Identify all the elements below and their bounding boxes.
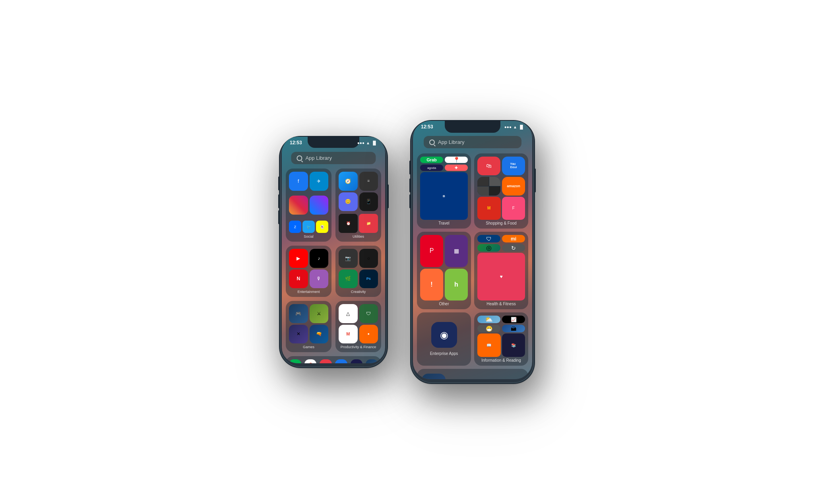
app-messenger[interactable] xyxy=(310,196,329,215)
label-info-right: Information & Reading xyxy=(477,358,525,362)
app-pubg[interactable]: 🎮 xyxy=(289,304,308,323)
app-houzz-r[interactable]: h xyxy=(445,269,468,301)
app-widgetkit-r[interactable]: ▦ xyxy=(445,235,468,267)
category-enterprise-right[interactable]: ◉ Enterprise Apps xyxy=(417,312,471,366)
app-stocks-r[interactable]: 📈 xyxy=(502,316,525,323)
search-bar-right[interactable]: App Library xyxy=(424,136,521,148)
app-read1-r[interactable]: 📖 xyxy=(477,333,501,357)
app-shopee-r[interactable]: 🛍 xyxy=(477,157,500,175)
category-social[interactable]: f ✈ Z 🐦 👻 Social xyxy=(286,169,331,242)
app-camera[interactable]: 📷 xyxy=(339,249,358,268)
app-mcdo-r[interactable]: M xyxy=(477,197,501,220)
left-phone: 12:53 ●●● ▲ ▐▌ App Library f ✈ xyxy=(280,137,387,367)
app-tiki-bottom[interactable]: Tiki xyxy=(335,359,347,363)
app-telegram[interactable]: ✈ xyxy=(310,172,329,191)
app-red-bottom[interactable]: 🛍 xyxy=(320,359,332,363)
search-placeholder-right: App Library xyxy=(438,139,464,145)
search-placeholder: App Library xyxy=(305,155,331,161)
app-circle[interactable]: ○ xyxy=(359,249,378,268)
app-gdrive[interactable]: △ xyxy=(339,304,358,323)
app-faceapp[interactable]: 😊 xyxy=(339,192,358,211)
category-productivity[interactable]: △ 🛡 M ● Productivity & Finance xyxy=(335,301,381,352)
status-time-right: 12:53 xyxy=(421,124,433,130)
app-grab-r[interactable]: Grab xyxy=(420,157,443,163)
creativity-icons: 📷 ○ 🌿 Ps xyxy=(339,249,378,288)
app-zalo[interactable]: Z xyxy=(289,221,301,233)
label-utilities: Utilities xyxy=(339,235,378,238)
app-mi-r[interactable]: mi xyxy=(502,235,525,242)
app-amazon-r[interactable]: amazon xyxy=(502,177,525,196)
productivity-icons: △ 🛡 M ● xyxy=(339,304,378,343)
app-enterprise-r[interactable]: ◉ xyxy=(431,322,457,348)
battery-icon-right: ▐▌ xyxy=(519,125,524,129)
app-pinterest-r[interactable]: P xyxy=(420,235,443,267)
app-snapchat[interactable]: 👻 xyxy=(316,221,328,233)
app-maps-bottom[interactable]: 📍 xyxy=(304,359,317,363)
left-app-grid: f ✈ Z 🐦 👻 Social 🧭 xyxy=(286,169,381,359)
category-creativity[interactable]: 📷 ○ 🌿 Ps Creativity xyxy=(335,246,381,297)
search-bar[interactable]: App Library xyxy=(291,152,376,164)
app-shield-r[interactable]: 🛡 xyxy=(477,235,500,242)
app-podcast[interactable]: 🎙 xyxy=(310,269,329,289)
category-info-right[interactable]: ⛅ 📈 😷 🏔 📖 📚 Information & Reading xyxy=(474,312,528,366)
app-read2-r[interactable]: 📚 xyxy=(502,333,525,357)
app-airbnb-r[interactable]: ✦ xyxy=(445,165,468,171)
app-files[interactable]: 📁 xyxy=(359,214,378,233)
search-icon-right xyxy=(429,140,435,145)
status-bar: 12:53 ●●● ▲ ▐▌ xyxy=(282,140,385,145)
app-calculator[interactable]: = xyxy=(359,172,378,191)
app-c2-r[interactable]: ↻ xyxy=(502,244,525,252)
app-heart-r[interactable]: ♥ xyxy=(477,253,525,300)
app-agoda-r[interactable]: agoda xyxy=(420,165,443,171)
label-creativity: Creativity xyxy=(339,290,378,294)
app-cod[interactable]: 🔫 xyxy=(310,325,329,344)
category-utilities[interactable]: 🧭 = 😊 📱 ⏰ 📁 Utilities xyxy=(335,169,381,242)
app-mask-r[interactable]: 😷 xyxy=(477,325,500,332)
app-mint[interactable]: 🌿 xyxy=(339,269,358,289)
app-maps-r[interactable]: 📍 xyxy=(445,157,468,163)
social-icons: f ✈ xyxy=(289,172,328,218)
app-adventure-r[interactable]: 🏔 xyxy=(502,325,525,332)
app-ps[interactable]: Ps xyxy=(359,269,378,289)
app-cam[interactable]: 📱 xyxy=(359,192,378,211)
app-agoda-bottom[interactable]: agoda xyxy=(351,359,363,363)
status-bar-right: 12:53 ●●● ▲ ▐▌ xyxy=(413,124,532,130)
app-mini-r[interactable] xyxy=(477,177,500,196)
app-twitter[interactable]: 🐦 xyxy=(302,221,315,233)
app-game3[interactable]: ✕ xyxy=(289,325,308,344)
category-shopping-right[interactable]: 🛍 TikiDzui amazon M F Shopping & Food xyxy=(474,153,528,229)
app-last-bottom[interactable]: 🎮 xyxy=(366,359,378,363)
app-remind-r[interactable]: ! xyxy=(420,269,443,301)
app-tiki-r[interactable]: TikiDzui xyxy=(502,157,525,175)
label-health-right: Health & Fitness xyxy=(477,302,525,306)
app-safari[interactable]: 🧭 xyxy=(339,172,358,191)
category-entertainment[interactable]: ▶ ♪ N 🎙 Entertainment xyxy=(286,246,331,297)
app-game2[interactable]: ⚔ xyxy=(310,304,329,323)
label-games: Games xyxy=(289,345,328,349)
label-other-right: Other xyxy=(420,302,468,306)
signal-icon-right: ●●● xyxy=(504,125,512,129)
category-single-right[interactable]: ⬡ xyxy=(417,369,528,380)
app-vpn[interactable]: 🛡 xyxy=(359,304,378,323)
games-icons: 🎮 ⚔ ✕ 🔫 xyxy=(289,304,328,343)
app-netflix[interactable]: N xyxy=(289,269,308,289)
app-youtube[interactable]: ▶ xyxy=(289,249,308,268)
app-gmail[interactable]: M xyxy=(339,325,358,344)
app-facebook[interactable]: f xyxy=(289,172,308,191)
app-instagram[interactable] xyxy=(289,196,308,215)
app-mobi[interactable]: ● xyxy=(359,325,378,344)
app-grab-bottom[interactable]: Grab xyxy=(289,359,301,363)
app-tiktok[interactable]: ♪ xyxy=(310,249,329,268)
label-enterprise-right: Enterprise Apps xyxy=(430,351,458,356)
app-clock[interactable]: ⏰ xyxy=(339,214,358,233)
app-mark-r[interactable]: ⬡ xyxy=(422,374,446,380)
app-foursq-r[interactable]: F xyxy=(502,197,525,220)
category-games[interactable]: 🎮 ⚔ ✕ 🔫 Games xyxy=(286,301,331,352)
app-weather-r[interactable]: ⛅ xyxy=(477,316,500,323)
category-other-right[interactable]: P ▦ ! h Other xyxy=(417,232,471,309)
category-travel-right[interactable]: Grab 📍 agoda ✦ B Travel xyxy=(417,153,471,229)
app-booking-r[interactable]: B xyxy=(420,172,468,220)
app-fitness-r[interactable]: ◎ xyxy=(477,244,500,252)
category-health-right[interactable]: 🛡 mi ◎ ↻ ♥ Health & Fitness xyxy=(474,232,528,309)
status-time: 12:53 xyxy=(290,140,302,145)
